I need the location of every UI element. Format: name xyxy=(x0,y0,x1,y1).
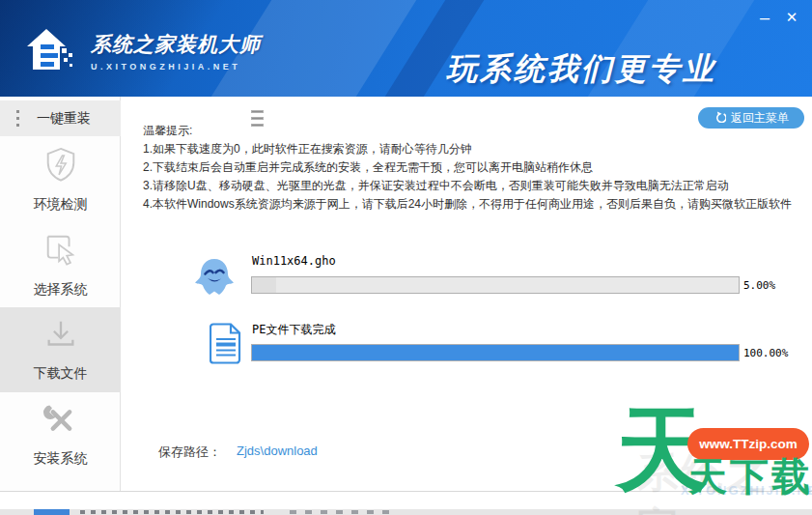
list-menu-icon xyxy=(16,110,19,127)
sidebar-item-env-check[interactable]: 环境检测 xyxy=(0,137,121,222)
sidebar-item-install-system[interactable]: 安装系统 xyxy=(0,392,121,477)
house-logo-icon xyxy=(21,23,81,79)
cursor-select-icon xyxy=(42,231,79,273)
logo-subtitle: U.XITONGZHIJIA.NET xyxy=(91,62,261,72)
sidebar-item-label: 安装系统 xyxy=(34,450,88,468)
progress-fill xyxy=(252,277,276,293)
progress-percent-pe-file: 100.00% xyxy=(743,347,788,359)
download-file-name: PE文件下载完成 xyxy=(252,322,335,338)
ttzip-url-pill: www.TTzip.com xyxy=(687,428,809,460)
background-window-blue-fragment xyxy=(34,509,70,515)
tips-line-2: 2.下载结束后会自动重启并完成系统的安装，全程无需干预，您可以离开电脑站稍作休息 xyxy=(143,158,792,177)
tips-line-1: 1.如果下载速度为0，此时软件正在搜索资源，请耐心等待几分钟 xyxy=(143,140,792,158)
sidebar-header-label: 一键重装 xyxy=(37,110,91,128)
sidebar-item-label: 下载文件 xyxy=(34,365,88,383)
tips-line-4: 4.本软件Windows系统资源均来源于网上，请下载后24小时删除，不得用于任何… xyxy=(143,195,792,214)
sidebar: 一键重装 环境检测 选择系统 下载文件 xyxy=(0,97,121,491)
sidebar-item-label: 选择系统 xyxy=(34,281,88,299)
progress-bar-pe-file xyxy=(251,344,740,361)
sidebar-item-select-system[interactable]: 选择系统 xyxy=(0,222,121,307)
sidebar-item-label: 环境检测 xyxy=(34,196,88,214)
minimize-button[interactable]: – xyxy=(754,8,775,27)
save-path-link[interactable]: Zjds\download xyxy=(237,443,318,458)
progress-bar-win11 xyxy=(251,276,740,294)
sidebar-item-download-files[interactable]: 下载文件 xyxy=(0,307,121,392)
window-bottom-border xyxy=(0,491,812,492)
header-slogan: 玩系统我们更专业 xyxy=(446,48,716,91)
progress-percent-win11: 5.00% xyxy=(743,279,775,292)
sidebar-header-one-key-reinstall[interactable]: 一键重装 xyxy=(0,100,121,136)
download-file-name: Win11x64.gho xyxy=(252,254,336,268)
window-controls: – ✕ xyxy=(754,8,802,27)
save-path-label: 保存路径： xyxy=(158,443,221,461)
background-window-sliver xyxy=(0,509,812,515)
tips-block: 温馨提示: 1.如果下载速度为0，此时软件正在搜索资源，请耐心等待几分钟 2.下… xyxy=(143,122,792,214)
background-window-text-fragment xyxy=(80,510,264,514)
ghost-mascot-icon xyxy=(191,255,238,307)
logo-title: 系统之家装机大师 xyxy=(91,31,261,58)
tips-line-3: 3.请移除U盘、移动硬盘、光驱里的光盘，并保证安装过程中不会断电，否则重装可能失… xyxy=(143,177,792,195)
close-button[interactable]: ✕ xyxy=(781,8,802,27)
ttzip-logo-big-char: 天 xyxy=(616,404,708,496)
background-window-text-fragment xyxy=(290,510,396,514)
progress-fill xyxy=(252,345,739,360)
watermark-background-text: 系统之家 xyxy=(637,446,812,515)
tools-icon xyxy=(42,402,79,443)
shield-bolt-icon xyxy=(42,146,79,188)
tips-title: 温馨提示: xyxy=(143,122,792,140)
file-document-icon xyxy=(210,323,242,368)
app-logo: 系统之家装机大师 U.XITONGZHIJIA.NET xyxy=(21,23,261,79)
app-header: 系统之家装机大师 U.XITONGZHIJIA.NET 玩系统我们更专业 – ✕ xyxy=(0,0,812,97)
download-icon xyxy=(42,317,79,358)
